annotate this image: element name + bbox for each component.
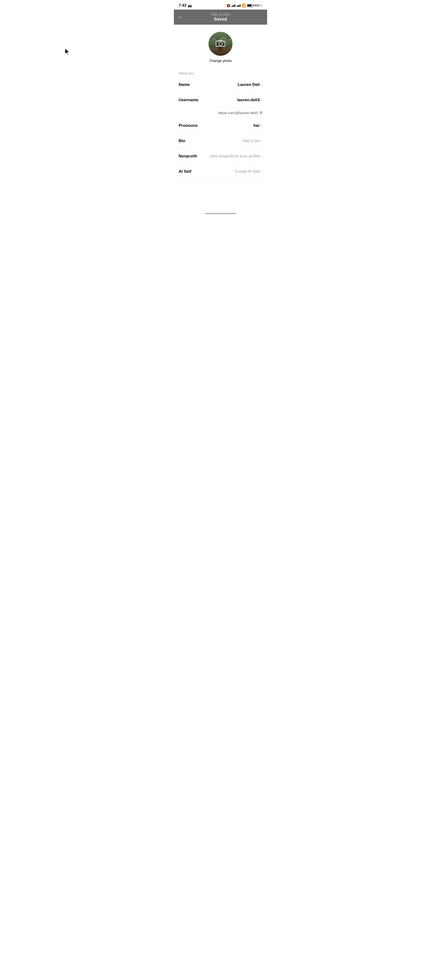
pronouns-value-container: her › — [254, 123, 262, 128]
time-label: 7:43 — [179, 3, 186, 8]
pronouns-chevron: › — [261, 124, 262, 127]
signal-bar-7 — [239, 5, 240, 7]
pronouns-label: Pronouns — [179, 123, 198, 128]
status-right: 🔕 📶 90% ● — [227, 3, 263, 7]
bio-chevron: › — [261, 139, 262, 143]
signal-bar-6 — [238, 5, 238, 7]
battery-label: 90% — [254, 4, 260, 7]
signal-bars-2 — [236, 4, 241, 7]
header: ← Edit profile Saved — [174, 10, 267, 25]
bio-value: Add a bio — [243, 138, 260, 143]
copy-icon: ⧉ — [260, 111, 262, 115]
name-value: Lauren Deli — [238, 82, 260, 87]
bottom-bar — [174, 208, 267, 216]
nonprofit-value-container: Add nonprofit to your profile › — [210, 154, 262, 159]
change-photo-button[interactable]: Change photo — [209, 59, 232, 63]
status-left: 7:43 📷 — [179, 3, 192, 8]
avatar-container[interactable] — [209, 32, 232, 56]
ai-self-value-container: Create AI Self › — [235, 169, 262, 174]
svg-point-2 — [223, 42, 224, 43]
username-value-container: lauren.deli3 › — [237, 98, 262, 102]
back-button[interactable]: ← — [178, 14, 183, 20]
wifi-icon: 📶 — [242, 3, 246, 7]
tiktok-url-text: tiktok.com/@lauren.deli3 — [219, 111, 258, 115]
nonprofit-label: Nonprofit — [179, 154, 197, 159]
signal-bar-8 — [240, 4, 241, 7]
signal-bar-5 — [236, 6, 237, 7]
battery-icon: 90% ● — [247, 3, 263, 7]
ai-self-chevron: › — [261, 170, 262, 173]
signal-bar-2 — [232, 5, 233, 7]
mute-icon: 🔕 — [227, 4, 230, 7]
username-row[interactable]: Username lauren.deli3 › — [174, 92, 267, 108]
username-chevron: › — [261, 98, 262, 102]
signal-bar-3 — [234, 5, 234, 7]
battery-bar — [247, 4, 253, 7]
home-indicator — [205, 213, 236, 214]
camera-overlay — [216, 39, 225, 49]
signal-bars-1 — [232, 4, 236, 7]
username-label: Username — [179, 98, 198, 102]
about-section-label: About you — [174, 67, 267, 77]
status-bar: 7:43 📷 🔕 📶 90% ● — [174, 0, 267, 10]
pronouns-row[interactable]: Pronouns her › — [174, 118, 267, 133]
header-title: Edit profile — [211, 13, 230, 17]
name-value-container: Lauren Deli › — [238, 82, 262, 87]
ai-self-label: AI Self — [179, 169, 191, 174]
camera-status-icon: 📷 — [188, 3, 192, 7]
signal-bar-4 — [235, 4, 235, 7]
battery-fill — [247, 5, 252, 6]
nonprofit-row[interactable]: Nonprofit Add nonprofit to your profile … — [174, 149, 267, 164]
page-wrapper: 7:43 📷 🔕 📶 90% ● — [174, 0, 267, 216]
bio-value-container: Add a bio › — [243, 138, 262, 143]
bio-label: Bio — [179, 138, 185, 143]
form-rows: Name Lauren Deli › Username lauren.deli3… — [174, 77, 267, 179]
signal-bar-1 — [232, 6, 232, 7]
name-label: Name — [179, 82, 190, 87]
username-value: lauren.deli3 — [237, 98, 260, 102]
header-text-container: Edit profile Saved — [211, 13, 230, 22]
ai-self-row[interactable]: AI Self Create AI Self › — [174, 164, 267, 179]
tiktok-url-row[interactable]: tiktok.com/@lauren.deli3 ⧉ — [174, 108, 267, 118]
name-chevron: › — [261, 83, 262, 87]
battery-dot: ● — [260, 3, 262, 7]
spacer — [174, 184, 267, 208]
ai-self-value: Create AI Self — [235, 169, 260, 174]
nonprofit-chevron: › — [261, 154, 262, 158]
name-row[interactable]: Name Lauren Deli › — [174, 77, 267, 92]
nonprofit-value: Add nonprofit to your profile — [210, 154, 260, 159]
header-saved-label: Saved — [214, 17, 227, 22]
bio-row[interactable]: Bio Add a bio › — [174, 133, 267, 149]
pronouns-value: her — [254, 123, 260, 128]
profile-section: Change photo — [174, 25, 267, 67]
